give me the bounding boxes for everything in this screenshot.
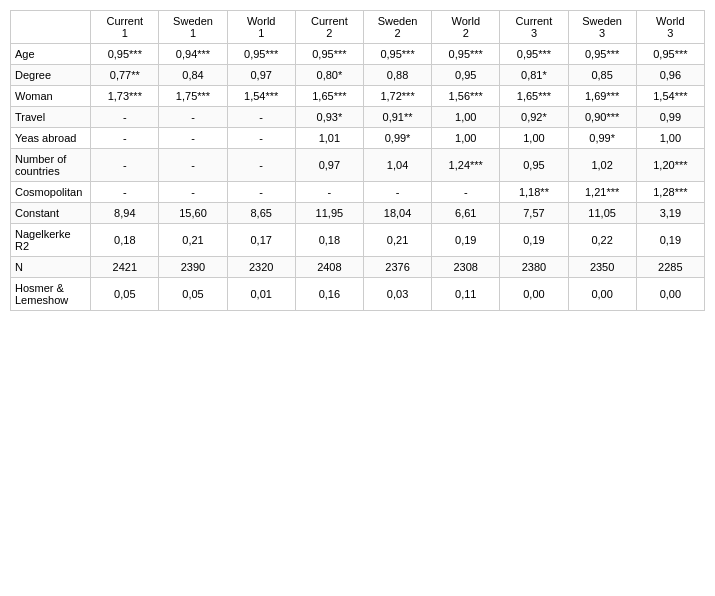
row-label: Travel: [11, 107, 91, 128]
cell-7-7: 11,05: [568, 203, 636, 224]
cell-7-0: 8,94: [91, 203, 159, 224]
cell-2-8: 1,54***: [636, 86, 704, 107]
table-row: Hosmer & Lemeshow0,050,050,010,160,030,1…: [11, 278, 705, 311]
cell-4-1: -: [159, 128, 227, 149]
cell-8-6: 0,19: [500, 224, 568, 257]
cell-1-4: 0,88: [363, 65, 431, 86]
cell-1-2: 0,97: [227, 65, 295, 86]
cell-4-0: -: [91, 128, 159, 149]
cell-1-6: 0,81*: [500, 65, 568, 86]
cell-5-1: -: [159, 149, 227, 182]
cell-10-0: 0,05: [91, 278, 159, 311]
table-row: Cosmopolitan------1,18**1,21***1,28***: [11, 182, 705, 203]
cell-9-1: 2390: [159, 257, 227, 278]
cell-3-0: -: [91, 107, 159, 128]
cell-7-3: 11,95: [295, 203, 363, 224]
cell-3-3: 0,93*: [295, 107, 363, 128]
cell-3-1: -: [159, 107, 227, 128]
cell-10-1: 0,05: [159, 278, 227, 311]
cell-4-4: 0,99*: [363, 128, 431, 149]
cell-2-3: 1,65***: [295, 86, 363, 107]
cell-3-2: -: [227, 107, 295, 128]
cell-10-6: 0,00: [500, 278, 568, 311]
cell-8-0: 0,18: [91, 224, 159, 257]
col-header-world2: World2: [432, 11, 500, 44]
col-header-world1: World1: [227, 11, 295, 44]
cell-8-4: 0,21: [363, 224, 431, 257]
cell-1-0: 0,77**: [91, 65, 159, 86]
cell-0-0: 0,95***: [91, 44, 159, 65]
row-label: Hosmer & Lemeshow: [11, 278, 91, 311]
table-row: Number of countries---0,971,041,24***0,9…: [11, 149, 705, 182]
table-row: Woman1,73***1,75***1,54***1,65***1,72***…: [11, 86, 705, 107]
cell-7-5: 6,61: [432, 203, 500, 224]
row-label: Yeas abroad: [11, 128, 91, 149]
cell-5-3: 0,97: [295, 149, 363, 182]
table-row: Constant8,9415,608,6511,9518,046,617,571…: [11, 203, 705, 224]
row-label: N: [11, 257, 91, 278]
cell-2-0: 1,73***: [91, 86, 159, 107]
cell-5-5: 1,24***: [432, 149, 500, 182]
cell-8-3: 0,18: [295, 224, 363, 257]
cell-1-7: 0,85: [568, 65, 636, 86]
row-label: Cosmopolitan: [11, 182, 91, 203]
cell-3-5: 1,00: [432, 107, 500, 128]
cell-2-6: 1,65***: [500, 86, 568, 107]
cell-8-5: 0,19: [432, 224, 500, 257]
row-label: Nagelkerke R2: [11, 224, 91, 257]
cell-6-2: -: [227, 182, 295, 203]
cell-9-2: 2320: [227, 257, 295, 278]
cell-5-6: 0,95: [500, 149, 568, 182]
cell-5-0: -: [91, 149, 159, 182]
cell-2-1: 1,75***: [159, 86, 227, 107]
cell-6-5: -: [432, 182, 500, 203]
cell-9-6: 2380: [500, 257, 568, 278]
cell-7-1: 15,60: [159, 203, 227, 224]
cell-8-7: 0,22: [568, 224, 636, 257]
cell-9-7: 2350: [568, 257, 636, 278]
cell-5-7: 1,02: [568, 149, 636, 182]
cell-1-5: 0,95: [432, 65, 500, 86]
col-header-current3: Current3: [500, 11, 568, 44]
cell-4-7: 0,99*: [568, 128, 636, 149]
cell-7-2: 8,65: [227, 203, 295, 224]
cell-6-7: 1,21***: [568, 182, 636, 203]
cell-10-7: 0,00: [568, 278, 636, 311]
col-header-row-label: [11, 11, 91, 44]
cell-9-0: 2421: [91, 257, 159, 278]
col-header-sweden2: Sweden2: [363, 11, 431, 44]
regression-table: Current1Sweden1World1Current2Sweden2Worl…: [10, 10, 705, 311]
row-label: Degree: [11, 65, 91, 86]
cell-6-3: -: [295, 182, 363, 203]
cell-4-6: 1,00: [500, 128, 568, 149]
cell-0-1: 0,94***: [159, 44, 227, 65]
cell-7-4: 18,04: [363, 203, 431, 224]
row-label: Constant: [11, 203, 91, 224]
cell-7-6: 7,57: [500, 203, 568, 224]
cell-8-2: 0,17: [227, 224, 295, 257]
cell-0-8: 0,95***: [636, 44, 704, 65]
cell-6-8: 1,28***: [636, 182, 704, 203]
cell-1-1: 0,84: [159, 65, 227, 86]
cell-6-0: -: [91, 182, 159, 203]
table-row: N242123902320240823762308238023502285: [11, 257, 705, 278]
cell-10-3: 0,16: [295, 278, 363, 311]
cell-0-2: 0,95***: [227, 44, 295, 65]
cell-10-5: 0,11: [432, 278, 500, 311]
cell-4-8: 1,00: [636, 128, 704, 149]
cell-8-8: 0,19: [636, 224, 704, 257]
cell-5-8: 1,20***: [636, 149, 704, 182]
cell-9-3: 2408: [295, 257, 363, 278]
table-row: Degree0,77**0,840,970,80*0,880,950,81*0,…: [11, 65, 705, 86]
cell-5-2: -: [227, 149, 295, 182]
cell-9-8: 2285: [636, 257, 704, 278]
col-header-current1: Current1: [91, 11, 159, 44]
cell-0-7: 0,95***: [568, 44, 636, 65]
cell-10-8: 0,00: [636, 278, 704, 311]
cell-0-6: 0,95***: [500, 44, 568, 65]
cell-3-4: 0,91**: [363, 107, 431, 128]
table-row: Travel---0,93*0,91**1,000,92*0,90***0,99: [11, 107, 705, 128]
cell-2-4: 1,72***: [363, 86, 431, 107]
cell-2-5: 1,56***: [432, 86, 500, 107]
col-header-current2: Current2: [295, 11, 363, 44]
